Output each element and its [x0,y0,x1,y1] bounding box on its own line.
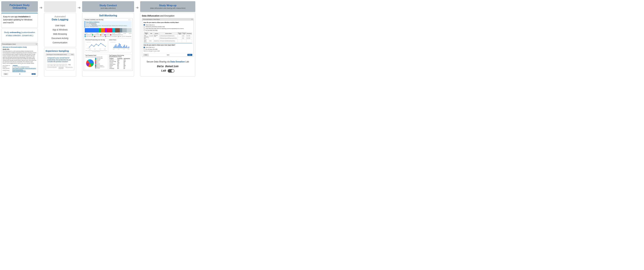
prog-name: Chrome [109,62,117,64]
timeline-title: Timeline: Activities over the Day [84,19,104,20]
timeline-close[interactable]: ✕ □ — [128,19,132,21]
activity-details: Activity: ■ Development [86,23,131,24]
radio-no-share[interactable]: Do not share this data [144,30,192,31]
top-programs-section: Top Programs Used Total hours worked on … [84,54,108,70]
svg-rect-24 [116,44,116,48]
svg-point-10 [98,45,99,46]
mock-back-button[interactable]: Back [4,73,8,75]
prog-name: Visual Studio [109,64,117,65]
skip-button[interactable]: Skip [68,64,71,65]
timeline-section: Timeline: Activities over the Day ✕ □ — … [84,18,132,38]
pie-legend-onenote: One Note [95,59,104,60]
prog-name: Outlook [109,65,117,66]
scale-labels: not at all productive moderatelyproducti… [47,67,73,69]
toggle-switch[interactable] [168,69,174,73]
programs-table: Program Productive Unproductive One Note… [109,58,131,69]
section-divider [144,43,192,43]
svg-text:01 PM: 01 PM [99,49,101,49]
radio-no-share-2[interactable]: Do not share this data [144,49,192,50]
scale-1[interactable]: 1 [47,64,50,66]
cell-window: Snippy Tool Events [144,39,149,43]
field-label-subject: Your Subject Id: [2,65,12,66]
exp-scale-numbers: 1 2 3 4 5 6 7 [47,64,67,66]
mock-close-icon[interactable]: ✕ [36,43,37,45]
install-card: Easy-to-use app installation & automated… [1,13,38,28]
cell-window: Experience End [144,37,149,39]
svg-rect-25 [117,46,118,48]
scale-7[interactable]: 7 [65,64,67,66]
secure-sharing-section: Secure Data Sharing via Data Donation La… [142,58,194,75]
radio-share-asis-2[interactable]: Share data as-is [144,47,192,48]
scale-5[interactable]: 5 [59,64,62,66]
toggle-thumb [171,69,174,72]
prod-val: 0% [117,66,123,68]
svg-point-9 [96,44,96,44]
export-next-button[interactable]: Next [188,54,192,56]
svg-text:10 AM: 10 AM [94,49,96,49]
svg-rect-36 [128,47,129,48]
col-window-title: Window Title [144,33,149,35]
pie-legend-skype: Skype for Business [95,66,104,68]
radio-label-4: Do not share this data [146,30,158,31]
col-program: Program [109,58,117,59]
radio-obfusc-list[interactable]: Only obfuscate data with the following (… [144,28,192,29]
mock-field-subject: Your Subject Id: VENDOR [2,65,36,66]
obfusc-card: Data Obfuscation and Encryption Personal… [140,13,195,76]
cell-proc-path [178,35,182,37]
radio-label-3: Only obfuscate data with the following (… [146,28,184,29]
cell-proc-name: C:\Program Files\WindowsApps\Snip... [159,39,178,43]
unprod-val: 17% [123,59,131,61]
svg-text:07 AM: 07 AM [89,49,90,49]
svg-point-8 [94,46,94,47]
programs-productive-title: Top Programs Used during (Un-)Productive… [109,55,131,57]
field-value-privacy[interactable]: https://github.com/HASEL-UZH/PersonalAna… [12,69,36,72]
export-close-icon[interactable]: ✕ [192,19,192,20]
radio-obfusc-sensitive[interactable]: Obfuscate potentially sensitive data [144,26,192,27]
col-unproductive: Unproductive [123,58,131,59]
ddl-bottom-row: Lab [161,69,174,73]
mock-nav: Back Next [2,72,36,75]
radio-share-asis[interactable]: Share data as-is [144,24,192,26]
prod-val: 56% [117,59,123,61]
timeline-chart: 09 AM10 AM11 AM12 PM01 PM02 PM03 PM04 PM… [84,28,132,34]
cell-ts: 5:17 PM [186,35,192,37]
export-back-button[interactable]: Back [143,54,149,56]
legend-vc: Version Control [92,34,100,35]
exp-popup-title: Self-Report: PersonalAnalytics Study [46,54,66,55]
col-productive: Productive [117,58,123,59]
prog-name: Microsoft Edge [109,61,117,62]
cell-url: Other [149,39,154,43]
timeline-bar-icp [127,28,132,33]
svg-text:not at all: not at all [86,48,89,49]
data-logging-card: Automated Data Logging User Input App & … [44,13,76,47]
pie-legend-other: OTHER [95,68,104,69]
mock-next-button[interactable]: Next [32,73,36,75]
col-timestamp: Timestamp [186,33,192,35]
legend-other: Other [118,36,122,37]
column-onboarding: Participant Study Onboarding Easy-to-use… [1,1,38,76]
timeline-legend: Development Version Control Email Planni… [84,34,132,37]
mock-title-text: PersonalAnalytics: About [2,44,16,45]
field-value-website[interactable]: https://github.com/HASEL-UZH/PersonalAna… [12,68,36,69]
column-study-conduct: Study Conduct (and data collection) Self… [82,1,134,76]
table-row-2: Experience End C:\Windows\System32\Exper… [144,37,192,39]
timeline-bar-plan [105,28,107,33]
legend-read: Reading/Editing Documents [110,34,123,35]
scale-6[interactable]: 6 [62,64,64,66]
radio-label-5: Share data as-is [146,47,154,48]
prod-val: 8% [117,68,123,69]
active-times-svg: most activity today [109,41,131,49]
scale-4[interactable]: 4 [56,64,58,66]
radio-empty-icon [144,26,145,27]
scale-3[interactable]: 3 [53,64,56,66]
activity-info: From 13:03 to 13:06 (3min) Activity: ■ D… [84,21,132,28]
cell-proc-name: C:\Windows\System32\ExperienceEnd.dll... [159,37,178,39]
toggle-track[interactable] [168,69,174,73]
cell-window: Save notification [144,35,149,37]
prod-val: 5% [117,64,123,65]
exp-sampling-title: Experience Sampling [46,50,74,52]
scale-2[interactable]: 2 [50,64,53,66]
logging-item-3: Web Browsing [46,32,74,36]
main-container: Participant Study Onboarding Easy-to-use… [0,0,214,78]
obfusc-title: Data Obfuscation and Encryption [142,15,194,17]
